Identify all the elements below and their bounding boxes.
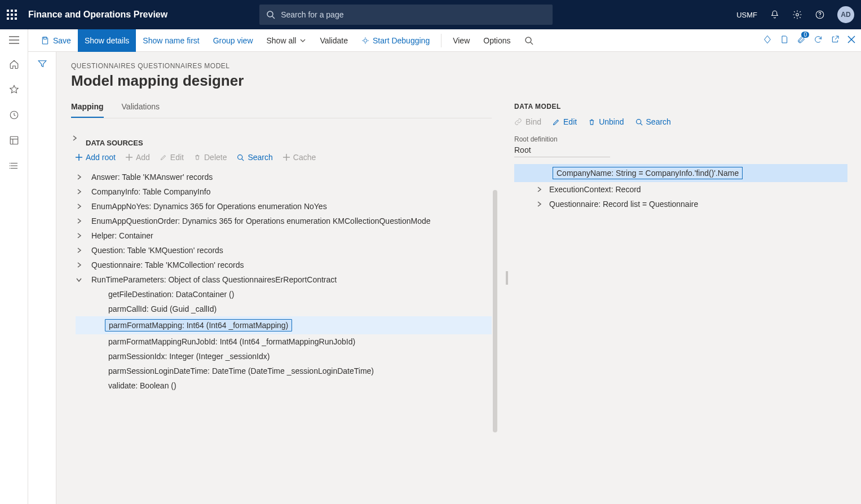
tree-node[interactable]: EnumAppQuestionOrder: Dynamics 365 for O… <box>76 214 492 228</box>
show-all-dropdown[interactable]: Show all <box>260 29 314 52</box>
svg-line-1 <box>272 16 275 19</box>
tree-child-node[interactable]: parmSessionLoginDateTime: DateTime (Date… <box>76 364 492 378</box>
tree-scrollbar[interactable] <box>493 190 497 432</box>
data-model-node-label: CompanyName: String = CompanyInfo.'find(… <box>553 167 743 179</box>
tree-node-label: EnumAppQuestionOrder: Dynamics 365 for O… <box>91 216 431 226</box>
edit-button: Edit <box>160 153 184 162</box>
search-placeholder: Search for a page <box>281 10 343 19</box>
data-model-node-label: ExecutionContext: Record <box>549 185 641 194</box>
svg-point-2 <box>796 14 799 16</box>
tree-node[interactable]: Question: Table 'KMQuestion' records <box>76 243 492 258</box>
view-menu[interactable]: View <box>446 29 476 52</box>
search-label: Search <box>248 153 272 162</box>
validate-button[interactable]: Validate <box>313 29 355 52</box>
tree-node-label: validate: Boolean () <box>108 381 176 390</box>
delete-label: Delete <box>204 153 227 162</box>
data-model-node[interactable]: Questionnaire: Record list = Questionnai… <box>514 197 847 211</box>
tree-child-node[interactable]: parmCallId: Guid (Guid _callId) <box>76 302 492 316</box>
add-button: Add <box>126 153 150 162</box>
data-model-node[interactable]: ExecutionContext: Record <box>514 182 847 197</box>
attachments-button[interactable]: 0 <box>797 35 806 46</box>
tree-node[interactable]: Questionnaire: Table 'KMCollection' reco… <box>76 258 492 272</box>
expand-icon[interactable] <box>76 233 82 238</box>
options-menu[interactable]: Options <box>476 29 517 52</box>
expand-icon[interactable] <box>76 262 82 268</box>
add-root-button[interactable]: Add root <box>76 153 116 162</box>
tree-node-label: parmSessionIdx: Integer (Integer _sessio… <box>108 352 270 361</box>
expand-icon[interactable] <box>76 218 82 224</box>
svg-rect-9 <box>10 136 18 144</box>
expand-icon[interactable] <box>76 204 82 209</box>
company-badge[interactable]: USMF <box>736 11 757 19</box>
expand-icon[interactable] <box>536 201 542 207</box>
tree-node[interactable]: EnumAppNoYes: Dynamics 365 for Operation… <box>76 199 492 214</box>
attachments-count: 0 <box>801 32 809 38</box>
expand-icon[interactable] <box>76 247 82 253</box>
dm-search-button[interactable]: Search <box>635 117 671 126</box>
settings-icon[interactable] <box>792 10 802 20</box>
popout-icon[interactable] <box>831 35 840 46</box>
tree-child-node[interactable]: validate: Boolean () <box>76 378 492 393</box>
search-icon <box>635 118 643 126</box>
panel-splitter[interactable] <box>502 52 512 504</box>
svg-point-0 <box>267 11 273 17</box>
tree-node-expanded[interactable]: RunTimeParameters: Object of class Quest… <box>76 272 492 287</box>
group-view-button[interactable]: Group view <box>206 29 260 52</box>
tab-validations[interactable]: Validations <box>122 102 160 118</box>
dm-edit-label: Edit <box>563 117 577 126</box>
tree-node[interactable]: CompanyInfo: Table CompanyInfo <box>76 184 492 199</box>
view-label: View <box>453 36 470 45</box>
start-debugging-button[interactable]: Start Debugging <box>355 29 436 52</box>
refresh-icon[interactable] <box>814 35 823 46</box>
power-apps-icon[interactable] <box>763 35 772 46</box>
expand-icon[interactable] <box>536 187 542 192</box>
home-icon[interactable] <box>9 59 19 71</box>
app-launcher-icon[interactable] <box>7 10 17 20</box>
favorites-icon[interactable] <box>9 85 19 96</box>
save-icon <box>41 36 50 45</box>
tree-node[interactable]: Answer: Table 'KMAnswer' records <box>76 170 492 184</box>
page-tabs: Mapping Validations <box>71 102 492 118</box>
breadcrumb: QUESTIONNAIRES QUESTIONNAIRES MODEL <box>71 62 492 70</box>
save-button[interactable]: Save <box>34 29 78 52</box>
collapse-types-icon[interactable] <box>71 135 78 141</box>
edit-label: Edit <box>170 153 184 162</box>
delete-button: Delete <box>194 153 227 162</box>
filter-icon[interactable] <box>37 59 47 504</box>
workspaces-icon[interactable] <box>9 135 19 147</box>
tab-mapping[interactable]: Mapping <box>71 102 104 118</box>
show-details-button[interactable]: Show details <box>78 29 136 52</box>
app-title: Finance and Operations Preview <box>28 10 167 20</box>
pencil-icon <box>160 154 167 161</box>
tree-child-node[interactable]: parmFormatMappingRunJobId: Int64 (Int64 … <box>76 334 492 349</box>
user-avatar[interactable]: AD <box>837 6 854 23</box>
root-definition-value[interactable]: Root <box>514 143 610 157</box>
data-model-node-label: Questionnaire: Record list = Questionnai… <box>549 200 698 209</box>
global-search-input[interactable]: Search for a page <box>259 5 553 25</box>
recent-icon[interactable] <box>9 110 19 122</box>
unbind-button[interactable]: Unbind <box>588 117 624 126</box>
debug-icon <box>361 37 369 45</box>
svg-point-4 <box>819 16 820 17</box>
tree-child-node[interactable]: getFileDestination: DataContainer () <box>76 287 492 302</box>
office-icon[interactable] <box>780 34 789 46</box>
data-model-node[interactable]: CompanyName: String = CompanyInfo.'find(… <box>514 164 847 182</box>
tree-child-node[interactable]: parmSessionIdx: Integer (Integer _sessio… <box>76 349 492 364</box>
show-name-first-button[interactable]: Show name first <box>136 29 206 52</box>
toolbar-search-button[interactable] <box>518 29 540 52</box>
hamburger-icon[interactable] <box>9 36 19 46</box>
tree-node[interactable]: Helper: Container <box>76 228 492 243</box>
tree-node-label: parmSessionLoginDateTime: DateTime (Date… <box>108 366 374 375</box>
notifications-icon[interactable] <box>770 10 780 20</box>
tree-child-node[interactable]: parmFormatMapping: Int64 (Int64 _formatM… <box>76 316 492 334</box>
help-icon[interactable] <box>815 10 825 20</box>
bind-label: Bind <box>526 117 541 126</box>
expand-icon[interactable] <box>76 189 82 194</box>
close-icon[interactable] <box>847 36 855 45</box>
dm-edit-button[interactable]: Edit <box>553 117 577 126</box>
collapse-icon[interactable] <box>76 277 82 282</box>
expand-icon[interactable] <box>76 174 82 180</box>
search-button[interactable]: Search <box>237 153 272 162</box>
chevron-down-icon <box>299 37 306 44</box>
modules-icon[interactable] <box>9 161 19 173</box>
